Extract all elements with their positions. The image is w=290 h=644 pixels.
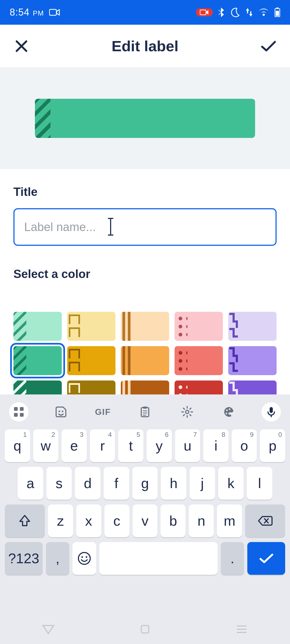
title-section-label: Title <box>13 185 277 199</box>
key-b[interactable]: b <box>161 504 186 537</box>
nav-home-button[interactable] <box>137 621 153 637</box>
key-n[interactable]: n <box>189 504 214 537</box>
soft-keyboard: GIF q1w2e3r4t5y6u7i8o9p0 asdfghjkl zxcvb… <box>0 394 290 644</box>
key-j[interactable]: j <box>190 467 215 500</box>
svg-rect-5 <box>14 407 18 411</box>
color-swatch[interactable] <box>121 346 169 375</box>
svg-rect-1 <box>200 10 206 15</box>
key-t[interactable]: t5 <box>118 429 143 462</box>
key-l[interactable]: l <box>247 467 272 500</box>
key-v[interactable]: v <box>133 504 158 537</box>
screen-record-icon <box>196 8 213 16</box>
key-h[interactable]: h <box>161 467 186 500</box>
swatch-pattern-icon <box>121 346 134 375</box>
swatch-pattern-icon <box>175 312 187 341</box>
key-emoji[interactable] <box>73 542 96 575</box>
color-swatch[interactable] <box>13 346 62 375</box>
color-swatch[interactable] <box>121 312 169 341</box>
key-a[interactable]: a <box>18 467 43 500</box>
close-button[interactable] <box>11 35 32 57</box>
key-f[interactable]: f <box>104 467 129 500</box>
camera-icon <box>49 9 60 16</box>
swatch-pattern-icon <box>67 312 80 341</box>
svg-rect-3 <box>276 8 278 9</box>
key-y[interactable]: y6 <box>147 429 172 462</box>
nav-recents-button[interactable] <box>234 621 250 637</box>
keyboard-palette-button[interactable] <box>219 402 239 422</box>
key-shift[interactable] <box>5 504 45 537</box>
key-e[interactable]: e3 <box>61 429 87 462</box>
key-w[interactable]: w2 <box>33 429 59 462</box>
confirm-button[interactable] <box>258 35 279 57</box>
color-swatch[interactable] <box>228 346 277 375</box>
key-x[interactable]: x <box>76 504 101 537</box>
key-p[interactable]: p0 <box>260 429 285 462</box>
svg-rect-20 <box>270 407 273 413</box>
keyboard-sticker-button[interactable] <box>51 402 71 422</box>
key-z[interactable]: z <box>48 504 73 537</box>
swatch-pattern-icon <box>13 346 26 375</box>
key-period[interactable]: . <box>221 542 244 575</box>
svg-point-18 <box>229 408 230 410</box>
key-backspace[interactable] <box>245 504 285 537</box>
swatch-pattern-icon <box>121 312 134 341</box>
key-o[interactable]: o9 <box>232 429 257 462</box>
color-swatch[interactable] <box>228 312 277 341</box>
label-preview-pattern <box>35 99 50 138</box>
keyboard-settings-button[interactable] <box>177 402 197 422</box>
keyboard-clipboard-button[interactable] <box>135 402 155 422</box>
svg-rect-24 <box>141 625 149 633</box>
battery-icon <box>274 8 280 17</box>
swatch-pattern-icon <box>175 346 187 375</box>
color-swatch[interactable] <box>13 312 62 341</box>
key-symbols[interactable]: ?123 <box>5 542 43 575</box>
keyboard-mic-button[interactable] <box>262 402 281 422</box>
key-s[interactable]: s <box>46 467 72 500</box>
svg-point-17 <box>226 409 228 411</box>
nav-back-button[interactable] <box>40 621 56 637</box>
svg-rect-0 <box>49 9 56 15</box>
key-m[interactable]: m <box>217 504 242 537</box>
label-title-input[interactable] <box>13 208 277 246</box>
check-icon <box>259 552 274 564</box>
keyboard-row-1: q1w2e3r4t5y6u7i8o9p0 <box>5 429 285 462</box>
key-i[interactable]: i8 <box>203 429 229 462</box>
key-space[interactable] <box>99 542 217 575</box>
key-comma[interactable]: , <box>46 542 70 575</box>
page-title: Edit label <box>32 37 258 55</box>
system-nav-bar <box>0 614 290 644</box>
text-cursor <box>110 219 111 235</box>
svg-rect-8 <box>20 413 24 417</box>
svg-point-9 <box>59 411 60 412</box>
color-swatch[interactable] <box>67 312 115 341</box>
key-g[interactable]: g <box>132 467 158 500</box>
key-enter[interactable] <box>247 542 285 575</box>
keyboard-apps-button[interactable] <box>9 402 28 422</box>
color-swatch[interactable] <box>67 346 115 375</box>
close-icon <box>15 39 28 53</box>
label-preview-area <box>0 68 290 169</box>
key-k[interactable]: k <box>218 467 244 500</box>
key-u[interactable]: u7 <box>175 429 200 462</box>
svg-point-19 <box>226 413 227 414</box>
label-preview <box>35 99 255 138</box>
svg-rect-12 <box>143 407 147 409</box>
swatch-pattern-icon <box>228 346 241 375</box>
svg-point-23 <box>86 556 87 558</box>
color-swatch[interactable] <box>175 346 223 375</box>
wifi-icon <box>258 8 269 16</box>
key-c[interactable]: c <box>104 504 129 537</box>
swatch-pattern-icon <box>67 346 80 375</box>
key-r[interactable]: r4 <box>90 429 115 462</box>
color-swatch[interactable] <box>175 312 223 341</box>
keyboard-row-3: zxcvbnm <box>5 504 285 537</box>
edit-form: Title Select a color <box>0 169 290 290</box>
keyboard-toolbar: GIF <box>0 394 290 429</box>
key-q[interactable]: q1 <box>5 429 30 462</box>
key-d[interactable]: d <box>75 467 100 500</box>
keyboard-row-2: asdfghjkl <box>5 467 285 500</box>
backspace-icon <box>258 515 273 526</box>
svg-point-21 <box>78 552 90 564</box>
data-updown-icon <box>245 8 253 17</box>
keyboard-gif-button[interactable]: GIF <box>93 402 113 422</box>
